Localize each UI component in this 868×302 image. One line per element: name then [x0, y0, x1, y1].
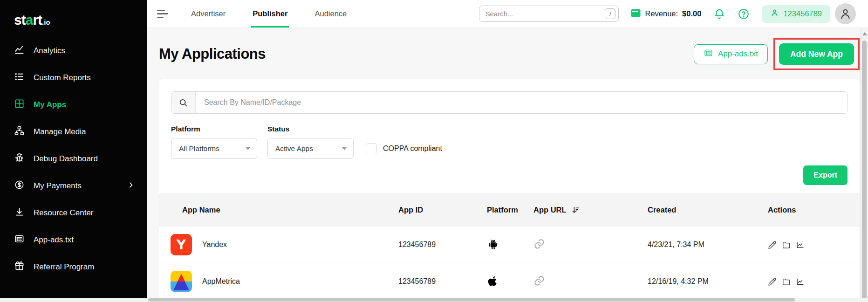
scroll-up-arrow-icon[interactable] — [862, 32, 867, 35]
page-header-actions: App-ads.txt Add New App — [694, 38, 860, 70]
page-header: My Applications App-ads.txt Add New App — [159, 38, 860, 70]
chevron-right-icon — [127, 181, 135, 191]
horizontal-scrollbar[interactable] — [0, 298, 868, 302]
folder-icon[interactable] — [782, 240, 791, 249]
col-header-app-name: App Name — [159, 206, 383, 214]
platform-select[interactable]: All Platforms — [171, 138, 257, 159]
coppa-checkbox[interactable] — [366, 143, 377, 154]
wallet-icon — [631, 9, 641, 19]
help-icon[interactable] — [738, 8, 750, 20]
appmetrica-app-icon — [171, 271, 192, 292]
app-id-cell: 123456789 — [383, 277, 471, 286]
page-title: My Applications — [159, 46, 266, 62]
sidebar-item-debug-dashboard[interactable]: Debug Dashboard — [0, 145, 147, 172]
stats-chart-icon[interactable] — [796, 277, 805, 286]
apple-icon — [487, 275, 499, 288]
bug-icon — [14, 152, 25, 165]
role-tabs: Advertiser Publisher Audience — [190, 0, 348, 27]
link-icon[interactable] — [533, 275, 545, 288]
annotation-highlight-box: Add New App — [773, 38, 860, 70]
sidebar-item-label: Debug Dashboard — [34, 154, 135, 164]
table-header-row: App Name App ID Platform App URL Created… — [159, 193, 860, 226]
keyboard-shortcut-hint: / — [605, 8, 615, 19]
notifications-bell-icon[interactable] — [713, 8, 725, 20]
sidebar-item-app-ads-txt[interactable]: App-ads.txt — [0, 226, 147, 254]
analytics-chart-icon — [14, 44, 25, 57]
main-area: Advertiser Publisher Audience / Revenue:… — [147, 0, 868, 302]
actions-cell — [758, 240, 860, 249]
sidebar-item-label: My Apps — [34, 100, 135, 110]
folder-icon[interactable] — [782, 277, 791, 286]
menu-hamburger-icon[interactable] — [157, 10, 169, 18]
status-filter: Status Active Apps — [267, 125, 354, 159]
col-header-app-url: App URL — [518, 206, 632, 214]
tab-advertiser[interactable]: Advertiser — [190, 0, 227, 27]
platform-filter: Platform All Platforms — [171, 125, 257, 159]
table-row-appmetrica[interactable]: AppMetrica 123456789 12/16/19, 4:32 PM — [159, 263, 860, 300]
stats-chart-icon[interactable] — [796, 240, 805, 249]
topbar: Advertiser Publisher Audience / Revenue:… — [147, 0, 868, 28]
created-cell: 4/23/21, 7:34 PM — [632, 240, 758, 249]
edit-pencil-icon[interactable] — [768, 240, 777, 249]
col-header-created: Created — [632, 206, 758, 214]
sidebar-item-analytics[interactable]: Analytics — [0, 37, 147, 64]
document-list-icon — [704, 48, 713, 60]
sitemap-icon — [14, 125, 25, 138]
user-id: 123456789 — [783, 9, 822, 18]
sidebar-item-my-apps[interactable]: My Apps — [0, 91, 147, 118]
avatar[interactable] — [835, 3, 856, 24]
sidebar-item-custom-reports[interactable]: Custom Reports — [0, 64, 147, 91]
app-id-cell: 123456789 — [383, 240, 471, 249]
status-filter-label: Status — [267, 125, 354, 133]
sort-descending-icon[interactable] — [571, 206, 580, 214]
chevron-down-icon — [246, 147, 250, 150]
app-ads-txt-label: App-ads.txt — [718, 49, 758, 59]
dollar-circle-icon — [14, 179, 25, 192]
logo-text: st — [14, 12, 26, 27]
tab-audience[interactable]: Audience — [313, 0, 348, 27]
search-icon[interactable] — [171, 92, 196, 113]
sidebar-item-manage-media[interactable]: Manage Media — [0, 118, 147, 145]
user-account-button[interactable]: 123456789 — [762, 5, 830, 23]
grid-icon — [14, 98, 25, 111]
add-new-app-button[interactable]: Add New App — [779, 43, 854, 65]
app-url-cell — [518, 238, 632, 252]
export-button[interactable]: Export — [803, 165, 847, 185]
tab-publisher[interactable]: Publisher — [251, 0, 289, 27]
android-icon — [487, 238, 499, 252]
revenue-value: $0.00 — [682, 9, 701, 18]
logo-text-right: rt — [33, 12, 42, 27]
sidebar: start.io Analytics Custom Reports My App… — [0, 0, 147, 302]
sidebar-item-resource-center[interactable]: Resource Center — [0, 199, 147, 226]
apps-search-input[interactable] — [196, 92, 847, 113]
col-header-app-id: App ID — [383, 206, 471, 214]
vertical-scrollbar[interactable] — [860, 28, 868, 302]
status-select[interactable]: Active Apps — [267, 138, 354, 159]
actions-cell — [758, 277, 860, 286]
start-io-logo[interactable]: start.io — [0, 10, 147, 37]
table-row-yandex[interactable]: Y Yandex 123456789 4/23/21, 7:34 PM — [159, 226, 860, 263]
yandex-app-icon: Y — [171, 234, 192, 255]
app-ads-txt-button[interactable]: App-ads.txt — [694, 44, 768, 64]
edit-pencil-icon[interactable] — [768, 277, 777, 286]
platform-filter-label: Platform — [171, 125, 257, 133]
sidebar-item-label: Resource Center — [34, 208, 135, 218]
sidebar-item-label: Analytics — [34, 46, 135, 55]
vertical-scrollbar-thumb[interactable] — [862, 41, 867, 301]
app-url-cell — [518, 275, 632, 288]
gift-icon — [14, 261, 25, 274]
platform-cell — [471, 238, 518, 252]
svg-text:Y: Y — [176, 237, 186, 253]
revenue-label: Revenue: — [645, 9, 678, 18]
app-name: AppMetrica — [202, 277, 240, 286]
page-content: My Applications App-ads.txt Add New App — [147, 28, 868, 302]
created-cell: 12/16/19, 4:32 PM — [632, 277, 758, 286]
sidebar-item-my-payments[interactable]: My Payments — [0, 172, 147, 199]
app-root: start.io Analytics Custom Reports My App… — [0, 0, 868, 302]
platform-cell — [471, 275, 518, 288]
sidebar-item-referral-program[interactable]: Referral Program — [0, 254, 147, 281]
link-icon[interactable] — [533, 238, 545, 252]
horizontal-scrollbar-thumb[interactable] — [148, 298, 795, 302]
applications-table: App Name App ID Platform App URL Created… — [159, 193, 860, 300]
global-search-input[interactable] — [485, 10, 605, 18]
